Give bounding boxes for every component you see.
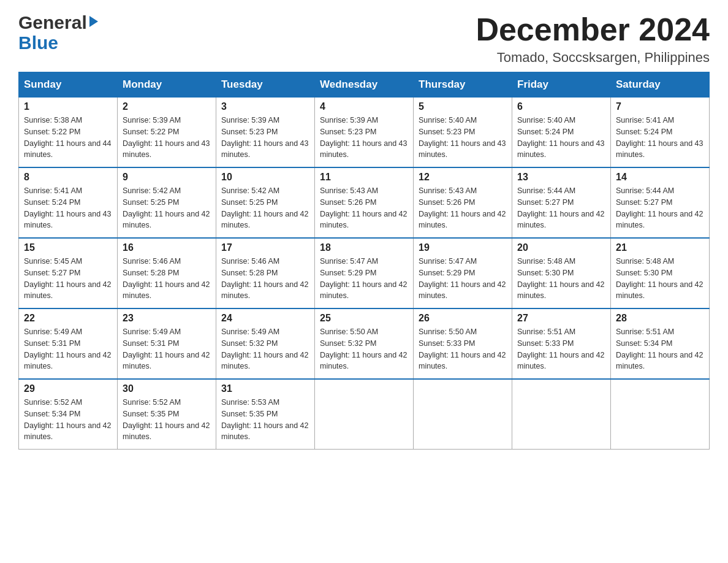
day-number: 6 — [517, 101, 605, 112]
table-row: 14 Sunrise: 5:44 AMSunset: 5:27 PMDaylig… — [611, 167, 710, 238]
day-number: 23 — [123, 313, 211, 324]
day-info: Sunrise: 5:48 AMSunset: 5:30 PMDaylight:… — [517, 256, 605, 302]
day-info: Sunrise: 5:42 AMSunset: 5:25 PMDaylight:… — [221, 185, 309, 231]
day-info: Sunrise: 5:52 AMSunset: 5:34 PMDaylight:… — [24, 397, 112, 443]
table-row: 11 Sunrise: 5:43 AMSunset: 5:26 PMDaylig… — [315, 167, 414, 238]
table-row: 2 Sunrise: 5:39 AMSunset: 5:22 PMDayligh… — [118, 98, 216, 168]
table-row: 12 Sunrise: 5:43 AMSunset: 5:26 PMDaylig… — [414, 167, 512, 238]
header-monday: Monday — [118, 72, 216, 98]
table-row — [611, 379, 710, 450]
day-info: Sunrise: 5:43 AMSunset: 5:26 PMDaylight:… — [320, 185, 408, 231]
table-row: 6 Sunrise: 5:40 AMSunset: 5:24 PMDayligh… — [512, 98, 611, 168]
table-row: 25 Sunrise: 5:50 AMSunset: 5:32 PMDaylig… — [315, 308, 414, 379]
table-row — [512, 379, 611, 450]
day-info: Sunrise: 5:53 AMSunset: 5:35 PMDaylight:… — [221, 397, 309, 443]
table-row: 5 Sunrise: 5:40 AMSunset: 5:23 PMDayligh… — [414, 98, 512, 168]
header-sunday: Sunday — [19, 72, 118, 98]
calendar-title: December 2024 — [476, 12, 710, 47]
table-row: 1 Sunrise: 5:38 AMSunset: 5:22 PMDayligh… — [19, 98, 118, 168]
day-number: 20 — [517, 242, 605, 253]
day-info: Sunrise: 5:44 AMSunset: 5:27 PMDaylight:… — [616, 185, 704, 231]
table-row: 7 Sunrise: 5:41 AMSunset: 5:24 PMDayligh… — [611, 98, 710, 168]
table-row: 23 Sunrise: 5:49 AMSunset: 5:31 PMDaylig… — [118, 308, 216, 379]
table-row: 29 Sunrise: 5:52 AMSunset: 5:34 PMDaylig… — [19, 379, 118, 450]
day-number: 27 — [517, 313, 605, 324]
day-number: 30 — [123, 383, 211, 394]
logo: General Blue — [18, 12, 98, 53]
day-number: 12 — [419, 172, 507, 183]
day-info: Sunrise: 5:39 AMSunset: 5:23 PMDaylight:… — [221, 115, 309, 161]
day-info: Sunrise: 5:51 AMSunset: 5:34 PMDaylight:… — [616, 326, 704, 372]
day-number: 1 — [24, 101, 112, 112]
table-row: 16 Sunrise: 5:46 AMSunset: 5:28 PMDaylig… — [118, 238, 216, 308]
day-number: 25 — [320, 313, 408, 324]
day-info: Sunrise: 5:39 AMSunset: 5:23 PMDaylight:… — [320, 115, 408, 161]
table-row: 13 Sunrise: 5:44 AMSunset: 5:27 PMDaylig… — [512, 167, 611, 238]
header-friday: Friday — [512, 72, 611, 98]
day-number: 28 — [616, 313, 704, 324]
day-number: 3 — [221, 101, 309, 112]
calendar-week-row: 8 Sunrise: 5:41 AMSunset: 5:24 PMDayligh… — [19, 167, 710, 238]
table-row: 30 Sunrise: 5:52 AMSunset: 5:35 PMDaylig… — [118, 379, 216, 450]
day-number: 15 — [24, 242, 112, 253]
table-row: 31 Sunrise: 5:53 AMSunset: 5:35 PMDaylig… — [216, 379, 315, 450]
day-info: Sunrise: 5:43 AMSunset: 5:26 PMDaylight:… — [419, 185, 507, 231]
day-number: 7 — [616, 101, 704, 112]
day-number: 2 — [123, 101, 211, 112]
calendar-table: Sunday Monday Tuesday Wednesday Thursday… — [18, 72, 710, 450]
table-row: 9 Sunrise: 5:42 AMSunset: 5:25 PMDayligh… — [118, 167, 216, 238]
day-number: 4 — [320, 101, 408, 112]
day-info: Sunrise: 5:44 AMSunset: 5:27 PMDaylight:… — [517, 185, 605, 231]
table-row: 10 Sunrise: 5:42 AMSunset: 5:25 PMDaylig… — [216, 167, 315, 238]
day-info: Sunrise: 5:42 AMSunset: 5:25 PMDaylight:… — [123, 185, 211, 231]
header-saturday: Saturday — [611, 72, 710, 98]
table-row: 28 Sunrise: 5:51 AMSunset: 5:34 PMDaylig… — [611, 308, 710, 379]
table-row — [315, 379, 414, 450]
day-number: 19 — [419, 242, 507, 253]
calendar-week-row: 15 Sunrise: 5:45 AMSunset: 5:27 PMDaylig… — [19, 238, 710, 308]
table-row: 8 Sunrise: 5:41 AMSunset: 5:24 PMDayligh… — [19, 167, 118, 238]
day-info: Sunrise: 5:49 AMSunset: 5:31 PMDaylight:… — [123, 326, 211, 372]
table-row: 26 Sunrise: 5:50 AMSunset: 5:33 PMDaylig… — [414, 308, 512, 379]
table-row: 21 Sunrise: 5:48 AMSunset: 5:30 PMDaylig… — [611, 238, 710, 308]
day-number: 17 — [221, 242, 309, 253]
table-row: 22 Sunrise: 5:49 AMSunset: 5:31 PMDaylig… — [19, 308, 118, 379]
day-info: Sunrise: 5:38 AMSunset: 5:22 PMDaylight:… — [24, 115, 112, 161]
day-number: 22 — [24, 313, 112, 324]
day-number: 29 — [24, 383, 112, 394]
day-info: Sunrise: 5:49 AMSunset: 5:32 PMDaylight:… — [221, 326, 309, 372]
logo-general-text: General — [18, 12, 87, 33]
day-info: Sunrise: 5:41 AMSunset: 5:24 PMDaylight:… — [616, 115, 704, 161]
table-row: 27 Sunrise: 5:51 AMSunset: 5:33 PMDaylig… — [512, 308, 611, 379]
day-number: 16 — [123, 242, 211, 253]
day-number: 24 — [221, 313, 309, 324]
day-info: Sunrise: 5:49 AMSunset: 5:31 PMDaylight:… — [24, 326, 112, 372]
day-number: 31 — [221, 383, 309, 394]
day-number: 21 — [616, 242, 704, 253]
header-thursday: Thursday — [414, 72, 512, 98]
calendar-week-row: 22 Sunrise: 5:49 AMSunset: 5:31 PMDaylig… — [19, 308, 710, 379]
table-row: 15 Sunrise: 5:45 AMSunset: 5:27 PMDaylig… — [19, 238, 118, 308]
logo-blue-text: Blue — [18, 33, 58, 53]
day-info: Sunrise: 5:39 AMSunset: 5:22 PMDaylight:… — [123, 115, 211, 161]
table-row: 19 Sunrise: 5:47 AMSunset: 5:29 PMDaylig… — [414, 238, 512, 308]
day-info: Sunrise: 5:40 AMSunset: 5:24 PMDaylight:… — [517, 115, 605, 161]
table-row: 18 Sunrise: 5:47 AMSunset: 5:29 PMDaylig… — [315, 238, 414, 308]
page-header: General Blue December 2024 Tomado, Soccs… — [18, 12, 710, 66]
day-number: 13 — [517, 172, 605, 183]
day-info: Sunrise: 5:40 AMSunset: 5:23 PMDaylight:… — [419, 115, 507, 161]
day-info: Sunrise: 5:48 AMSunset: 5:30 PMDaylight:… — [616, 256, 704, 302]
day-info: Sunrise: 5:50 AMSunset: 5:33 PMDaylight:… — [419, 326, 507, 372]
day-info: Sunrise: 5:41 AMSunset: 5:24 PMDaylight:… — [24, 185, 112, 231]
day-number: 5 — [419, 101, 507, 112]
day-number: 14 — [616, 172, 704, 183]
day-number: 18 — [320, 242, 408, 253]
day-info: Sunrise: 5:46 AMSunset: 5:28 PMDaylight:… — [123, 256, 211, 302]
day-info: Sunrise: 5:52 AMSunset: 5:35 PMDaylight:… — [123, 397, 211, 443]
table-row: 24 Sunrise: 5:49 AMSunset: 5:32 PMDaylig… — [216, 308, 315, 379]
day-number: 9 — [123, 172, 211, 183]
calendar-week-row: 1 Sunrise: 5:38 AMSunset: 5:22 PMDayligh… — [19, 98, 710, 168]
calendar-week-row: 29 Sunrise: 5:52 AMSunset: 5:34 PMDaylig… — [19, 379, 710, 450]
table-row: 17 Sunrise: 5:46 AMSunset: 5:28 PMDaylig… — [216, 238, 315, 308]
table-row: 4 Sunrise: 5:39 AMSunset: 5:23 PMDayligh… — [315, 98, 414, 168]
